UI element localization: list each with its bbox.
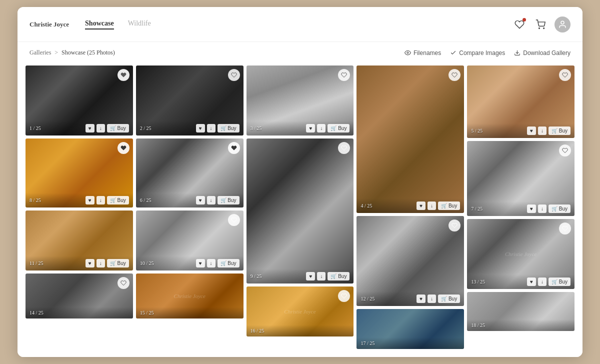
buy-btn-12[interactable]: 🛒 Buy: [438, 294, 460, 303]
photo-7[interactable]: 7 / 25 ♥ ↓ 🛒 Buy: [467, 141, 574, 216]
dl-btn-4[interactable]: ↓: [428, 202, 436, 210]
photo-8[interactable]: 8 / 25 ♥ ↓ 🛒 Buy: [26, 138, 133, 208]
dl-btn-5[interactable]: ↓: [538, 126, 546, 135]
photo-lionmane[interactable]: 15 / 25 Christie Joyce: [136, 274, 244, 318]
photo-13[interactable]: 13 / 25 ♥ ↓ 🛒 Buy Christie Joyce: [467, 219, 574, 289]
dl-btn-11[interactable]: ↓: [96, 259, 105, 268]
dl-btn-1[interactable]: ↓: [96, 124, 105, 132]
like-btn-9[interactable]: ♥: [306, 272, 315, 280]
photo-5[interactable]: 5 / 25 ♥ ↓ 🛒 Buy: [467, 66, 574, 138]
photo-gorilla[interactable]: 14 / 25: [26, 274, 133, 318]
heart-btn-12[interactable]: [448, 220, 460, 232]
photo-overlay-7: 7 / 25 ♥ ↓ 🛒 Buy: [467, 202, 574, 216]
like-btn-11[interactable]: ♥: [86, 259, 94, 268]
heart-filled-icon-6: [231, 145, 237, 151]
dl-btn-8[interactable]: ↓: [96, 196, 105, 204]
toolbar-actions: Filenames Compare Images Download Galler…: [404, 50, 570, 56]
photo-1[interactable]: 1 / 25 ♥ ↓ 🛒 Buy: [26, 66, 133, 136]
photo-num-3: 3 / 25: [250, 126, 262, 131]
like-btn-12[interactable]: ♥: [416, 294, 426, 303]
compare-btn[interactable]: Compare Images: [450, 50, 505, 56]
dl-btn-13[interactable]: ↓: [538, 278, 546, 286]
cart-icon-btn[interactable]: [534, 18, 548, 32]
header: Christie Joyce Showcase Wildlife: [18, 7, 582, 42]
heart-icon-13: [562, 226, 568, 232]
photo-actions-4: ♥ ↓ 🛒 Buy: [416, 202, 460, 210]
download-icon: [514, 50, 520, 56]
heart-btn-10[interactable]: [228, 214, 240, 226]
favorites-icon-btn[interactable]: [512, 18, 526, 32]
photo-last[interactable]: 18 / 25: [467, 292, 574, 331]
dl-btn-3[interactable]: ↓: [317, 124, 326, 132]
photo-10[interactable]: 10 / 25 ♥ ↓ 🛒 Buy: [136, 210, 244, 270]
nav-showcase[interactable]: Showcase: [85, 20, 114, 30]
like-btn-8[interactable]: ♥: [86, 196, 94, 204]
heart-btn-gorilla[interactable]: [118, 277, 130, 289]
like-btn-3[interactable]: ♥: [306, 124, 315, 132]
photo-6[interactable]: 6 / 25 ♥ ↓ 🛒 Buy: [136, 138, 244, 208]
photo-num-5: 5 / 25: [471, 128, 482, 134]
buy-btn-10[interactable]: 🛒 Buy: [218, 259, 240, 268]
heart-btn-7[interactable]: [559, 144, 571, 156]
like-btn-4[interactable]: ♥: [416, 202, 426, 210]
dl-btn-9[interactable]: ↓: [317, 272, 326, 280]
heart-btn-5[interactable]: [559, 69, 571, 81]
download-gallery-btn[interactable]: Download Gallery: [514, 50, 570, 56]
svg-point-2: [561, 21, 564, 24]
dl-btn-6[interactable]: ↓: [207, 196, 216, 204]
buy-btn-13[interactable]: 🛒 Buy: [548, 278, 570, 286]
buy-btn-5[interactable]: 🛒 Buy: [548, 126, 570, 135]
heart-btn-6[interactable]: [228, 142, 240, 154]
photo-3[interactable]: 3 / 25 ♥ ↓ 🛒 Buy: [246, 66, 354, 136]
buy-btn-8[interactable]: 🛒 Buy: [107, 196, 129, 204]
buy-btn-4[interactable]: 🛒 Buy: [438, 202, 460, 210]
photo-num-1: 1 / 25: [30, 126, 41, 131]
photo-12[interactable]: 12 / 25 ♥ ↓ 🛒 Buy: [356, 216, 464, 306]
heart-btn-8[interactable]: [118, 142, 130, 154]
breadcrumb-galleries[interactable]: Galleries: [30, 49, 51, 56]
photo-actions-11: ♥ ↓ 🛒 Buy: [86, 259, 129, 268]
heart-btn-4[interactable]: [448, 69, 460, 81]
photo-9[interactable]: 9 / 25 ♥ ↓ 🛒 Buy: [246, 138, 354, 284]
buy-btn-1[interactable]: 🛒 Buy: [107, 124, 129, 132]
heart-icon-4: [452, 72, 458, 78]
heart-btn-1[interactable]: [118, 69, 130, 81]
nav-wildlife[interactable]: Wildlife: [128, 20, 151, 30]
photo-overlay-6: 6 / 25 ♥ ↓ 🛒 Buy: [136, 193, 244, 208]
heart-btn-2[interactable]: [228, 69, 240, 81]
like-btn-1[interactable]: ♥: [86, 124, 94, 132]
dl-btn-12[interactable]: ↓: [428, 294, 436, 303]
filenames-btn[interactable]: Filenames: [404, 50, 441, 56]
like-btn-10[interactable]: ♥: [196, 259, 205, 268]
photo-4[interactable]: 4 / 25 ♥ ↓ 🛒 Buy: [356, 66, 464, 213]
user-icon: [558, 20, 567, 29]
user-avatar-btn[interactable]: [554, 16, 570, 32]
like-btn-5[interactable]: ♥: [527, 126, 536, 135]
buy-btn-11[interactable]: 🛒 Buy: [107, 259, 129, 268]
notification-dot: [522, 18, 526, 22]
eye-icon: [404, 50, 411, 56]
like-btn-6[interactable]: ♥: [196, 196, 205, 204]
buy-btn-2[interactable]: 🛒 Buy: [218, 124, 240, 132]
dl-btn-10[interactable]: ↓: [207, 259, 216, 268]
like-btn-7[interactable]: ♥: [527, 204, 536, 213]
buy-btn-3[interactable]: 🛒 Buy: [328, 124, 350, 132]
buy-btn-7[interactable]: 🛒 Buy: [548, 204, 570, 213]
breadcrumb-current: Showcase (25 Photos): [62, 49, 115, 56]
buy-btn-6[interactable]: 🛒 Buy: [218, 196, 240, 204]
photo-lion-color[interactable]: 16 / 25 Christie Joyce: [246, 286, 354, 336]
dl-btn-7[interactable]: ↓: [538, 204, 546, 213]
photo-actions-12: ♥ ↓ 🛒 Buy: [416, 294, 460, 303]
breadcrumb-sep: >: [54, 49, 58, 56]
like-btn-2[interactable]: ♥: [196, 124, 205, 132]
photo-overlay-lion-color: 16 / 25: [246, 325, 354, 336]
photo-num-13: 13 / 25: [471, 279, 485, 284]
photo-num-2: 2 / 25: [140, 126, 152, 131]
like-btn-13[interactable]: ♥: [527, 278, 536, 286]
buy-btn-9[interactable]: 🛒 Buy: [328, 272, 350, 280]
photo-blue[interactable]: 17 / 25: [356, 309, 464, 349]
photo-2[interactable]: 2 / 25 ♥ ↓ 🛒 Buy: [136, 66, 244, 136]
dl-btn-2[interactable]: ↓: [207, 124, 216, 132]
photo-11[interactable]: 11 / 25 ♥ ↓ 🛒 Buy: [26, 210, 133, 270]
heart-btn-13[interactable]: [559, 222, 571, 234]
